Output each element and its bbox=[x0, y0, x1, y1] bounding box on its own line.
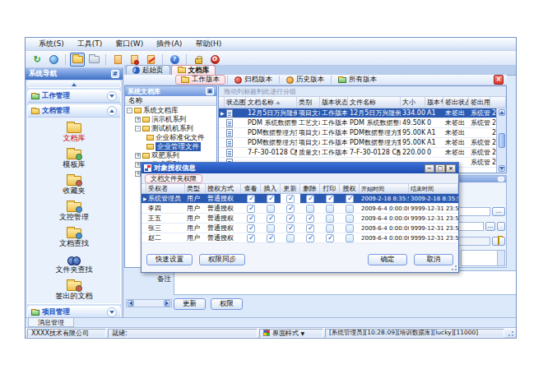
tree-horizontal-scrollbar[interactable] bbox=[126, 299, 172, 307]
sidebar-group-work[interactable]: 工作管理 bbox=[27, 90, 121, 103]
tree-item[interactable]: -测试机机系列 bbox=[125, 124, 216, 133]
collapse-button[interactable] bbox=[107, 307, 117, 317]
print-checkbox[interactable] bbox=[326, 205, 334, 213]
dialog-resize-grip[interactable] bbox=[450, 264, 457, 271]
print-checkbox[interactable] bbox=[326, 224, 334, 233]
help-button[interactable]: ? bbox=[167, 53, 182, 67]
collapse-button[interactable] bbox=[107, 106, 117, 116]
tree-item[interactable]: -系统文档库 bbox=[125, 106, 216, 115]
close-icon[interactable]: × bbox=[446, 164, 456, 173]
tab-folder-permissions[interactable]: 文档文件夹权限 bbox=[145, 174, 202, 183]
sidebar-group-document[interactable]: 文档管理 bbox=[27, 104, 121, 118]
grant-checkbox[interactable] bbox=[346, 234, 354, 242]
table-row[interactable]: PDM数据整理方案.doc项目文档工作版本PDM数据整理方案.doc95.00K… bbox=[219, 128, 506, 138]
sidebar-item-checked-out-docs[interactable]: 签出的文档 bbox=[28, 277, 120, 303]
open-folder-button[interactable] bbox=[492, 237, 505, 246]
quick-setup-button[interactable]: 快速设置 bbox=[146, 254, 193, 265]
col-update[interactable]: 更新 bbox=[281, 184, 300, 193]
table-row[interactable]: PDM 系统数据整理检…工艺文档工作版本PDM 系统数据整理…49.50KB0未… bbox=[219, 118, 506, 128]
col-print[interactable]: 打印 bbox=[320, 184, 340, 193]
view-checkbox[interactable] bbox=[247, 214, 255, 223]
col-status-icon[interactable]: 状态图 bbox=[225, 97, 246, 108]
refresh-button[interactable]: ↻ bbox=[30, 53, 44, 67]
expander-icon[interactable]: + bbox=[135, 153, 141, 159]
grant-checkbox[interactable] bbox=[346, 205, 354, 213]
scroll-left-arrow[interactable] bbox=[128, 300, 134, 307]
insert-checkbox[interactable] bbox=[267, 234, 275, 242]
menu-system[interactable]: 系统(S) bbox=[32, 38, 71, 50]
view-checkbox[interactable] bbox=[247, 205, 255, 213]
scrollbar-thumb[interactable] bbox=[499, 133, 505, 148]
insert-checkbox[interactable] bbox=[267, 224, 275, 233]
minimize-icon[interactable]: − bbox=[425, 164, 434, 173]
permission-button[interactable]: 权限 bbox=[211, 298, 243, 310]
cancel-button[interactable]: 取消 bbox=[414, 254, 453, 265]
tree-item-selected[interactable]: 企业管理文件 bbox=[125, 142, 216, 151]
menu-plugins[interactable]: 插件(A) bbox=[150, 38, 188, 50]
col-start-time[interactable]: 开始时间 bbox=[360, 184, 409, 193]
col-category[interactable]: 类别 bbox=[297, 97, 320, 108]
col-grantee[interactable]: 受权者 bbox=[146, 184, 185, 193]
col-version-status[interactable]: 版本状态 bbox=[320, 97, 348, 108]
sidebar-item-template-library[interactable]: 模板库 bbox=[28, 145, 120, 172]
col-grant[interactable]: 授权 bbox=[340, 184, 360, 193]
delete-checkbox[interactable] bbox=[306, 205, 314, 213]
col-end-time[interactable]: 结束时间 bbox=[409, 184, 458, 193]
note-textarea[interactable] bbox=[174, 270, 517, 295]
sidebar-item-doc-search[interactable]: 文档查找 bbox=[28, 224, 120, 251]
menu-tools[interactable]: 工具(T) bbox=[71, 38, 109, 50]
scroll-right-arrow[interactable] bbox=[164, 300, 170, 307]
view-checkbox[interactable] bbox=[247, 195, 255, 203]
delete-checkbox[interactable] bbox=[306, 224, 314, 233]
sidebar-item-favorites[interactable]: 收藏夹 bbox=[28, 172, 120, 198]
scrollbar[interactable] bbox=[497, 251, 504, 265]
field-ellipsis-button[interactable]: ... bbox=[485, 222, 495, 231]
open-folder-button[interactable] bbox=[70, 53, 85, 67]
expander-icon[interactable]: - bbox=[127, 108, 132, 113]
col-doc-name[interactable]: 文档名称 bbox=[246, 97, 297, 108]
menu-window[interactable]: 窗口(W) bbox=[109, 38, 150, 50]
collapse-button[interactable] bbox=[107, 91, 117, 101]
menu-help[interactable]: 帮助(H) bbox=[188, 38, 228, 50]
col-auth-mode[interactable]: 授权方式 bbox=[206, 184, 241, 193]
table-row[interactable]: PDM数据整理方案2.doc项目文档工作版本PDM数据整理方案2.doc95.0… bbox=[219, 138, 506, 148]
permission-row[interactable]: 赵二用户普通授权2009-6-4 0:00:009999-12-31 23:59… bbox=[142, 233, 458, 243]
delete-checkbox[interactable] bbox=[306, 234, 314, 242]
tree-item[interactable]: 企业标准化文件 bbox=[125, 133, 216, 142]
scroll-up-arrow[interactable] bbox=[499, 109, 505, 116]
ok-button[interactable]: 确定 bbox=[368, 254, 407, 265]
update-button[interactable]: 更新 bbox=[174, 298, 206, 310]
tree-item[interactable]: +演示机系列 bbox=[125, 115, 216, 124]
panel-button[interactable] bbox=[498, 177, 504, 182]
permission-row[interactable]: 李四用户普通授权2009-6-4 0:00:009999-12-31 23:59… bbox=[142, 204, 458, 214]
view-checkbox[interactable] bbox=[247, 234, 255, 242]
exit-button[interactable]: O bbox=[207, 53, 222, 67]
delete-checkbox[interactable] bbox=[306, 214, 314, 223]
dialog-title-bar[interactable]: 对象授权信息 − □ × bbox=[142, 163, 458, 173]
col-checkout-status[interactable]: 签出状态 bbox=[443, 97, 469, 108]
table-row[interactable]: ▶12月5日万兴隆例行…项目文档工作版本12月5日万兴隆例行…334.00KBA… bbox=[219, 108, 506, 118]
insert-checkbox[interactable] bbox=[267, 214, 275, 223]
expander-icon[interactable]: + bbox=[135, 171, 141, 177]
grant-checkbox[interactable] bbox=[346, 224, 354, 233]
mail-check-button[interactable] bbox=[127, 53, 142, 67]
table-vertical-scrollbar[interactable] bbox=[496, 108, 506, 173]
grant-checkbox[interactable] bbox=[346, 214, 354, 223]
print-checkbox[interactable] bbox=[326, 234, 334, 242]
insert-checkbox[interactable] bbox=[267, 195, 275, 203]
print-checkbox[interactable] bbox=[326, 195, 334, 203]
sidebar-item-doc-control[interactable]: 文控管理 bbox=[28, 198, 120, 224]
permission-row[interactable]: 张三用户普通授权2009-6-4 0:00:009999-12-31 23:59… bbox=[142, 224, 458, 233]
sidebar-item-doc-library[interactable]: 文档库 bbox=[28, 119, 120, 145]
tree-item[interactable]: +双肥系列 bbox=[125, 151, 216, 160]
update-checkbox[interactable] bbox=[286, 195, 295, 203]
col-version-no[interactable]: 版本号 bbox=[425, 97, 443, 108]
maximize-icon[interactable]: □ bbox=[435, 164, 445, 173]
tab-doc-library[interactable]: 文档库 bbox=[171, 65, 216, 75]
ui-style-cell[interactable]: 界面样式 ▼ bbox=[259, 329, 323, 338]
mail-button[interactable] bbox=[110, 53, 125, 67]
col-delete[interactable]: 删除 bbox=[300, 184, 320, 193]
group-by-bar[interactable]: 拖动列标题到此进行分组 bbox=[219, 86, 506, 97]
delete-checkbox[interactable] bbox=[306, 195, 314, 203]
col-insert[interactable]: 插入 bbox=[261, 184, 281, 193]
